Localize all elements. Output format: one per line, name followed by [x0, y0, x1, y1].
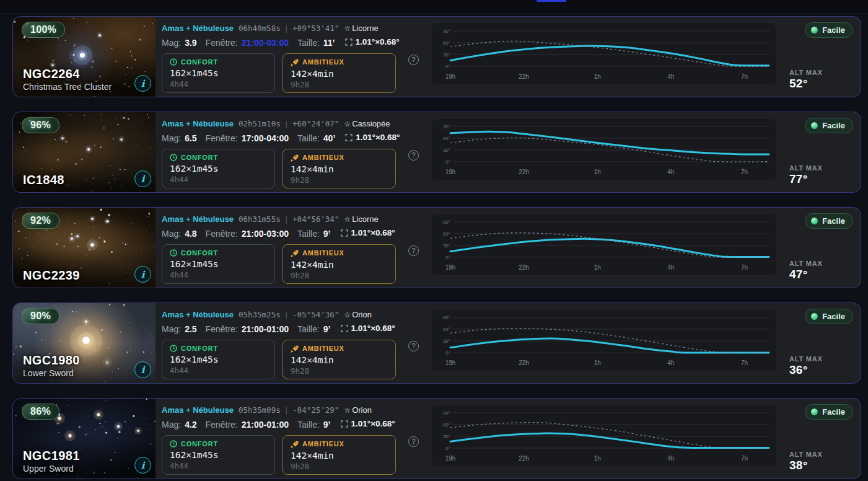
ra-value: 06h40m58s [239, 24, 281, 33]
object-type: Amas + Nébuleuse [162, 119, 234, 128]
type-coordinates-row: Amas + Nébuleuse 05h35m09s | -04°25'29" … [162, 405, 419, 415]
confort-label: CONFORT [181, 345, 218, 352]
confort-total: 4h44 [170, 270, 267, 280]
difficulty-badge[interactable]: Facile [805, 22, 853, 38]
alt-max-block: ALT MAX 38° [789, 451, 823, 472]
clock-icon [170, 345, 177, 352]
info-button[interactable]: i [134, 75, 151, 92]
svg-text:90°: 90° [443, 124, 450, 130]
help-icon[interactable]: ? [408, 245, 419, 256]
confort-plan[interactable]: CONFORT 162×1m45s 4h44 [162, 340, 275, 379]
altitude-chart-svg: 90°60°30°0°19h22h1h4h7h [432, 214, 776, 275]
ambitieux-label: AMBITIEUX [302, 154, 344, 161]
difficulty-badge[interactable]: Facile [805, 118, 853, 133]
help-icon[interactable]: ? [408, 55, 419, 65]
size-label: Taille: [297, 420, 320, 430]
star-icon: ☆ [344, 311, 351, 319]
object-details: Amas + Nébuleuse 02h51m10s | +60°24'07" … [156, 112, 419, 192]
stats-row: Mag:4.8 Fenêtre:21:00-03:00 Taille:9’ 1.… [162, 228, 419, 239]
svg-text:22h: 22h [519, 264, 529, 271]
ambitieux-total: 9h28 [291, 366, 388, 376]
window-value: 21:00-01:00 [242, 324, 289, 334]
help-icon[interactable]: ? [408, 150, 419, 161]
mag-label: Mag: [162, 229, 181, 239]
svg-text:7h: 7h [741, 73, 748, 80]
info-button[interactable]: i [134, 457, 151, 474]
fov-frame-icon [341, 420, 348, 428]
object-card[interactable]: 92% NGC2239 i Amas + Nébuleuse 06h31m55s… [12, 207, 861, 288]
ambitieux-label: AMBITIEUX [302, 58, 344, 66]
constellation: ☆Cassiopée [344, 119, 390, 128]
svg-text:1h: 1h [594, 360, 601, 366]
altitude-chart: 90°60°30°0°19h22h1h4h7h [432, 24, 776, 84]
separator: | [286, 310, 287, 319]
info-button[interactable]: i [134, 170, 151, 187]
confort-plan[interactable]: CONFORT 162×1m45s 4h44 [162, 53, 275, 93]
help-icon[interactable]: ? [408, 436, 419, 447]
ambitieux-plan[interactable]: AMBITIEUX 142×4min 9h28 [283, 149, 396, 188]
score-badge: 96% [22, 117, 59, 133]
window-label: Fenêtre: [206, 38, 238, 48]
size-label: Taille: [297, 133, 320, 143]
ambitieux-plan[interactable]: AMBITIEUX 142×4min 9h28 [283, 435, 396, 475]
svg-text:19h: 19h [445, 73, 456, 80]
object-name: NGC1981 [23, 449, 80, 463]
type-coordinates-row: Amas + Nébuleuse 05h35m25s | -05°54'36" … [162, 310, 419, 319]
size-value: 9’ [323, 420, 331, 430]
confort-header: CONFORT [170, 249, 267, 257]
confort-label: CONFORT [181, 58, 218, 66]
fov-group: 1.01°×0.68° [345, 133, 400, 142]
clipped-top-element [537, 0, 566, 2]
ambitieux-header: AMBITIEUX [291, 154, 388, 162]
fov-frame-icon [345, 134, 353, 141]
difficulty-badge[interactable]: Facile [805, 404, 853, 420]
confort-exposure: 162×1m45s [170, 259, 267, 269]
info-button[interactable]: i [134, 361, 151, 378]
svg-text:4h: 4h [667, 360, 674, 366]
svg-text:90°: 90° [443, 29, 450, 34]
difficulty-badge[interactable]: Facile [805, 309, 853, 324]
object-card[interactable]: 90% NGC1980 Lower Sword i Amas + Nébuleu… [12, 302, 861, 384]
object-image: 92% NGC2239 i [13, 208, 156, 288]
info-button[interactable]: i [134, 266, 151, 283]
window-label: Fenêtre: [206, 133, 238, 143]
difficulty-badge[interactable]: Facile [805, 213, 853, 229]
alt-max-value: 47° [789, 268, 823, 281]
object-card[interactable]: 100% NGC2264 Christmas Tree Cluster i Am… [12, 16, 861, 97]
ambitieux-plan[interactable]: AMBITIEUX 142×4min 9h28 [283, 340, 396, 379]
confort-total: 4h44 [170, 461, 267, 470]
alt-max-block: ALT MAX 77° [789, 164, 823, 186]
object-type: Amas + Nébuleuse [162, 310, 234, 319]
ambitieux-plan[interactable]: AMBITIEUX 142×4min 9h28 [283, 244, 396, 284]
object-card[interactable]: 96% IC1848 i Amas + Nébuleuse 02h51m10s … [12, 112, 861, 193]
confort-plan[interactable]: CONFORT 162×1m45s 4h44 [162, 149, 275, 188]
size-label: Taille: [297, 38, 320, 48]
alt-max-label: ALT MAX [789, 260, 823, 267]
confort-exposure: 162×1m45s [170, 355, 267, 364]
top-bar [0, 0, 868, 14]
rocket-icon [291, 58, 299, 66]
altitude-chart-svg: 90°60°30°0°19h22h1h4h7h [432, 24, 776, 84]
difficulty-dot-icon [811, 313, 818, 320]
score-badge: 90% [22, 308, 59, 324]
svg-text:22h: 22h [519, 73, 529, 80]
object-names: NGC1980 Lower Sword [23, 353, 80, 378]
exposure-plans: CONFORT 162×1m45s 4h44 AMBITIEUX 142 [162, 244, 419, 284]
altitude-chart-svg: 90°60°30°0°19h22h1h4h7h [432, 119, 776, 180]
help-icon[interactable]: ? [408, 341, 419, 351]
ambitieux-header: AMBITIEUX [291, 440, 388, 448]
object-card[interactable]: 86% NGC1981 Upper Sword i Amas + Nébuleu… [12, 398, 861, 479]
alt-max-block: ALT MAX 36° [789, 355, 823, 377]
target-list: 100% NGC2264 Christmas Tree Cluster i Am… [0, 14, 868, 481]
mag-label: Mag: [162, 420, 181, 430]
svg-text:30°: 30° [443, 243, 450, 249]
confort-plan[interactable]: CONFORT 162×1m45s 4h44 [162, 435, 275, 475]
confort-plan[interactable]: CONFORT 162×1m45s 4h44 [162, 244, 275, 284]
object-type: Amas + Nébuleuse [162, 405, 234, 415]
ambitieux-total: 9h28 [291, 80, 388, 89]
ambitieux-exposure: 142×4min [291, 69, 388, 79]
magnitude-value: 2.5 [185, 324, 196, 334]
object-names: NGC1981 Upper Sword [23, 449, 80, 474]
ambitieux-plan[interactable]: AMBITIEUX 142×4min 9h28 [283, 53, 396, 93]
svg-text:0°: 0° [445, 255, 450, 260]
